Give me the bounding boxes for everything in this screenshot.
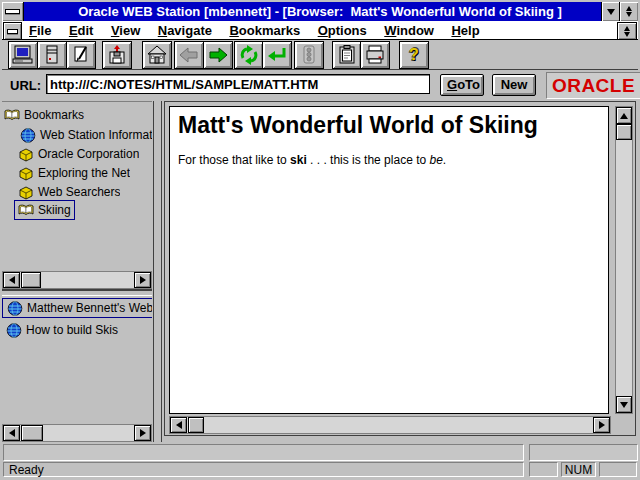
message-bar — [0, 444, 640, 461]
menu-view[interactable]: View — [111, 22, 140, 40]
copy-icon — [336, 45, 358, 65]
save-upload-button[interactable] — [102, 41, 132, 69]
document-restore-button[interactable] — [617, 22, 637, 40]
sidebar-main-divider[interactable] — [153, 101, 162, 442]
browser-content-area: Matt's Wonderful World of Skiing For tho… — [164, 101, 636, 436]
forward-arrow-icon — [207, 45, 229, 65]
open-book-icon — [4, 108, 20, 123]
print-button[interactable] — [360, 41, 390, 69]
help-button[interactable]: ? — [399, 41, 429, 69]
title-bar: Oracle WEB Station [mbennett] - [Browser… — [2, 2, 638, 21]
workstation-button[interactable] — [8, 41, 38, 69]
history-label: How to build Skis — [26, 323, 118, 337]
globe-icon — [20, 128, 36, 143]
page-heading: Matt's Wonderful World of Skiing — [178, 112, 538, 139]
reload-button[interactable] — [234, 41, 264, 69]
scroll-right-icon — [599, 421, 605, 429]
scroll-left-button[interactable] — [170, 417, 187, 433]
num-lock-indicator: NUM — [561, 462, 596, 477]
app-window: Oracle WEB Station [mbennett] - [Browser… — [0, 0, 640, 480]
bookmark-root[interactable]: Bookmarks — [4, 106, 84, 124]
scroll-down-icon — [620, 402, 628, 408]
bookmarks-panel: Bookmarks Web Station Information Oracle… — [2, 101, 152, 272]
status-message: Ready — [3, 462, 524, 477]
home-button[interactable] — [142, 41, 172, 69]
history-label: Matthew Bennett's Web Pa — [27, 301, 152, 315]
control-menu-button[interactable] — [2, 2, 24, 21]
scroll-right-icon — [140, 429, 146, 437]
minimize-button[interactable] — [601, 2, 620, 21]
scroll-right-button[interactable] — [134, 272, 151, 288]
menu-bookmarks[interactable]: Bookmarks — [229, 22, 300, 40]
bookmarks-horizontal-scrollbar[interactable] — [2, 271, 152, 289]
paragraph-bold-text: ski — [290, 153, 307, 167]
web-page: Matt's Wonderful World of Skiing For tho… — [169, 106, 609, 414]
bookmark-item-skiing[interactable]: Skiing — [14, 200, 75, 220]
menu-file[interactable]: File — [29, 22, 51, 40]
url-bar: URL: GoTo New ORACLE — [2, 70, 638, 100]
paragraph-italic-text: be — [429, 153, 442, 167]
restore-button[interactable] — [619, 2, 638, 21]
scroll-left-button[interactable] — [3, 425, 20, 441]
back-button[interactable] — [174, 41, 204, 69]
edit-page-icon — [70, 45, 92, 65]
scrollbar-thumb[interactable] — [21, 425, 43, 441]
help-icon: ? — [409, 46, 419, 64]
server-button[interactable] — [37, 41, 67, 69]
bookmark-item-exploring-the-net[interactable]: Exploring the Net — [18, 164, 130, 182]
scroll-right-button[interactable] — [593, 417, 610, 433]
oracle-logo: ORACLE — [546, 72, 640, 99]
bookmark-label: Exploring the Net — [38, 166, 130, 180]
bookmark-item-web-searchers[interactable]: Web Searchers — [18, 183, 120, 201]
scroll-down-button[interactable] — [616, 396, 632, 413]
return-icon — [266, 45, 288, 65]
reload-icon — [238, 45, 260, 65]
sidebar-panel-divider — [2, 289, 152, 296]
history-item-matthew-bennetts-web-page[interactable]: Matthew Bennett's Web Pa — [2, 298, 152, 318]
page-horizontal-scrollbar[interactable] — [169, 416, 611, 434]
scrollbar-thumb[interactable] — [616, 124, 632, 140]
paragraph-text: . — [443, 153, 446, 167]
goto-button[interactable]: GoTo — [440, 74, 484, 96]
menu-edit[interactable]: Edit — [69, 22, 94, 40]
open-book-icon — [18, 203, 34, 218]
bookmark-label: Skiing — [38, 203, 71, 217]
server-icon — [41, 45, 63, 65]
edit-page-button[interactable] — [66, 41, 96, 69]
paragraph-text: For those that like to — [178, 153, 290, 167]
document-control-menu-icon — [7, 29, 18, 34]
scrollbar-thumb[interactable] — [188, 417, 204, 433]
bookmark-root-label: Bookmarks — [24, 108, 84, 122]
bookmark-item-web-station-information[interactable]: Web Station Information — [20, 126, 152, 144]
scrollbar-thumb[interactable] — [21, 272, 41, 288]
history-item-how-to-build-skis[interactable]: How to build Skis — [6, 321, 150, 339]
back-arrow-icon — [178, 45, 200, 65]
scroll-up-icon — [620, 113, 628, 119]
restore-up-icon — [626, 6, 632, 11]
menu-navigate[interactable]: Navigate — [158, 22, 212, 40]
bookmark-label: Oracle Corporation — [38, 147, 139, 161]
scroll-left-button[interactable] — [3, 272, 20, 288]
scroll-right-button[interactable] — [134, 425, 151, 441]
menu-window[interactable]: Window — [384, 22, 434, 40]
menu-options[interactable]: Options — [318, 22, 367, 40]
message-field-right — [529, 444, 638, 461]
scroll-up-button[interactable] — [616, 107, 632, 124]
stop-button[interactable] — [294, 41, 324, 69]
return-button[interactable] — [262, 41, 292, 69]
doc-restore-down-icon — [624, 32, 630, 37]
url-input[interactable] — [46, 74, 430, 94]
bookmark-label: Web Searchers — [38, 185, 120, 199]
menu-help[interactable]: Help — [451, 22, 479, 40]
status-cell-empty-2 — [599, 462, 637, 477]
bookmark-item-oracle-corporation[interactable]: Oracle Corporation — [18, 145, 139, 163]
save-upload-icon — [106, 45, 128, 65]
copy-button[interactable] — [332, 41, 362, 69]
document-control-menu-button[interactable] — [3, 22, 22, 40]
new-button[interactable]: New — [492, 74, 536, 96]
page-vertical-scrollbar[interactable] — [615, 106, 633, 414]
doc-restore-up-icon — [624, 26, 630, 31]
control-menu-icon — [5, 9, 20, 14]
forward-button[interactable] — [203, 41, 233, 69]
history-horizontal-scrollbar[interactable] — [2, 424, 152, 442]
